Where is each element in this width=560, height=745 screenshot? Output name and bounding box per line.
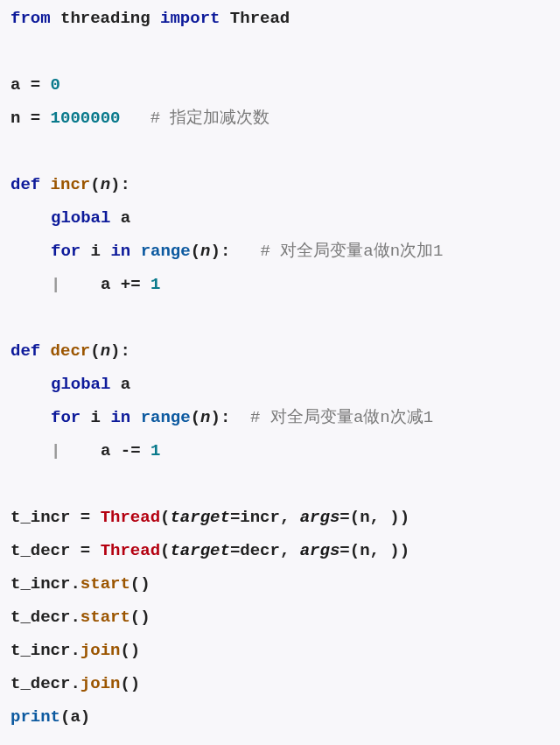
code-line-1: from threading import Thread [10,2,560,35]
guide-bar: | [51,277,101,293]
keyword-from: from [10,11,51,27]
operator: += [121,277,141,293]
number-literal: 1 [141,443,161,460]
code-line-4: n = 1000000 # 指定加减次数 [10,102,560,135]
operator: -= [121,443,141,460]
paren: ): [110,343,130,360]
code-line-6: def incr(n): [10,168,560,201]
blank-line [10,135,560,168]
paren: () [130,609,150,626]
code-line-8: for i in range(n): # 对全局变量a做n次加1 [10,235,560,268]
space [130,410,140,426]
code-line-3: a = 0 [10,68,560,102]
kwarg-args: args [300,510,340,526]
blank-line [10,35,560,68]
kwarg-args: args [300,543,340,559]
keyword-def: def [10,343,51,360]
class-thread: Thread [101,543,160,559]
code-line-12: global a [10,368,560,401]
blank-line [10,467,560,501]
parameter: n [200,410,210,426]
paren: () [120,676,140,692]
parameter: n [101,177,110,193]
paren: ( [160,510,170,526]
variable: i [80,243,110,260]
number-literal: 1 [141,277,161,293]
method-start: start [80,576,130,593]
builtin-range: range [141,410,191,426]
keyword-import: import [160,11,220,27]
code-line-17: t_decr = Thread(target=decr, args=(n, )) [10,534,560,567]
function-name: incr [51,177,91,193]
builtin-range: range [141,243,191,260]
number-literal: 1000000 [40,110,120,127]
object: t_decr. [10,609,80,626]
operator: = [80,543,101,559]
code-line-13: for i in range(n): # 对全局变量a做n次减1 [10,401,560,434]
builtin-print: print [10,709,60,726]
variable: a [110,210,130,227]
code-line-7: global a [10,201,560,235]
space [130,243,140,260]
paren: () [120,643,140,659]
paren: ( [90,343,100,360]
text: =(n, )) [340,543,410,559]
code-line-14: | a -= 1 [10,434,560,467]
variable: i [80,410,110,426]
paren: ( [60,709,70,726]
paren: ): [210,243,230,260]
operator: = [31,110,40,127]
object: t_incr. [10,576,80,593]
variable: t_incr [10,510,80,526]
text: =incr, [230,510,300,526]
kwarg-target: target [170,543,229,559]
code-line-9: | a += 1 [10,268,560,301]
function-name: decr [51,343,91,360]
guide-bar: | [51,443,101,460]
text: =(n, )) [340,510,410,526]
code-line-22: print(a) [10,700,560,734]
keyword-global: global [51,210,110,227]
object: t_decr. [10,676,80,692]
code-line-21: t_decr.join() [10,667,560,700]
method-start: start [80,609,130,626]
class-name: Thread [220,11,290,27]
code-line-19: t_decr.start() [10,601,560,634]
module-name: threading [51,11,160,27]
paren: ( [160,543,170,559]
code-line-18: t_incr.start() [10,567,560,601]
paren: ( [191,243,200,260]
text: =decr, [230,543,300,559]
paren: ): [110,177,130,193]
variable: a [70,709,80,726]
keyword-for: for [51,410,80,426]
method-join: join [80,676,121,692]
operator: = [80,510,101,526]
blank-line [10,301,560,334]
paren: ) [80,709,90,726]
keyword-for: for [51,243,80,260]
variable: t_decr [10,543,80,559]
code-line-11: def decr(n): [10,334,560,368]
variable: a [110,376,130,393]
paren: ( [191,410,200,426]
variable: a [101,443,121,460]
keyword-in: in [110,243,130,260]
keyword-global: global [51,376,110,393]
paren: ( [90,177,100,193]
code-block: from threading import Thread a = 0 n = 1… [10,2,560,734]
keyword-def: def [10,177,51,193]
kwarg-target: target [170,510,229,526]
parameter: n [200,243,210,260]
variable: n [10,110,31,127]
method-join: join [80,643,121,659]
variable: a [10,77,31,94]
class-thread: Thread [101,510,160,526]
number-literal: 0 [40,77,60,94]
operator: = [31,77,40,94]
comment: # 指定加减次数 [120,110,270,127]
object: t_incr. [10,643,80,659]
comment: # 对全局变量a做n次减1 [230,410,433,426]
code-line-20: t_incr.join() [10,634,560,667]
paren: ): [210,410,230,426]
